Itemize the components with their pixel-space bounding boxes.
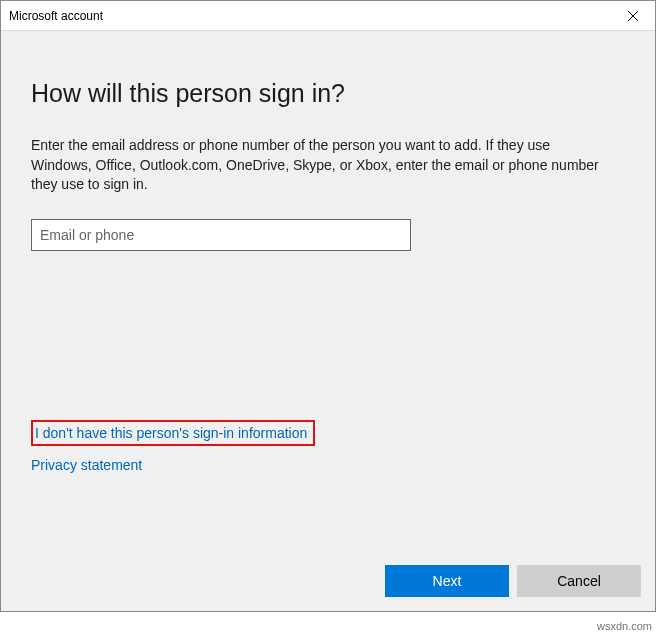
close-button[interactable]: [610, 1, 655, 31]
cancel-button[interactable]: Cancel: [517, 565, 641, 597]
dialog-content: How will this person sign in? Enter the …: [1, 31, 655, 553]
watermark: wsxdn.com: [597, 620, 652, 632]
close-icon: [628, 11, 638, 21]
titlebar: Microsoft account: [1, 1, 655, 31]
email-or-phone-input[interactable]: [31, 219, 411, 251]
input-container: [31, 219, 625, 251]
privacy-statement-link[interactable]: Privacy statement: [31, 457, 142, 473]
links-section: I don't have this person's sign-in infor…: [31, 420, 315, 483]
next-button[interactable]: Next: [385, 565, 509, 597]
page-heading: How will this person sign in?: [31, 79, 625, 108]
window-title: Microsoft account: [9, 9, 610, 23]
no-signin-info-link[interactable]: I don't have this person's sign-in infor…: [31, 420, 315, 446]
page-description: Enter the email address or phone number …: [31, 136, 601, 195]
dialog-footer: Next Cancel: [1, 553, 655, 611]
dialog-window: Microsoft account How will this person s…: [0, 0, 656, 612]
